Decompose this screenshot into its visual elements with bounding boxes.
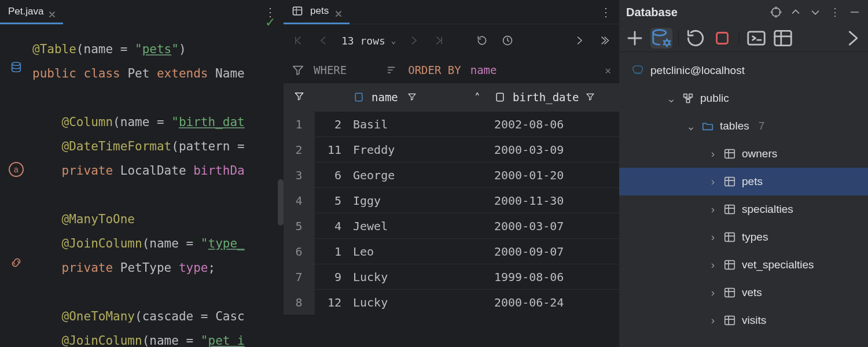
- funnel-icon[interactable]: [586, 91, 595, 104]
- scrollbar-thumb[interactable]: [278, 179, 284, 226]
- cell-id[interactable]: 5: [315, 188, 347, 213]
- cell-birth-date[interactable]: 2000-06-24: [486, 296, 619, 309]
- tree-table-owners[interactable]: ›owners: [619, 140, 868, 168]
- code-line[interactable]: @Column(name = "birth_dat: [32, 110, 284, 134]
- cell-birth-date[interactable]: 2000-11-30: [486, 194, 619, 208]
- tree-datasource[interactable]: petclinic@localhost: [619, 57, 868, 84]
- expand-up-icon[interactable]: [789, 6, 802, 19]
- tab-pets-table[interactable]: pets: [284, 0, 350, 24]
- cell-birth-date[interactable]: 2002-08-06: [486, 117, 619, 131]
- reload-icon[interactable]: [475, 33, 490, 48]
- table-row[interactable]: 36George2000-01-20: [284, 162, 619, 187]
- order-by-field[interactable]: name: [470, 64, 497, 76]
- collapse-down-icon[interactable]: [809, 6, 822, 19]
- cell-name[interactable]: Iggy: [347, 194, 486, 208]
- tree-table-vets[interactable]: ›vets: [619, 279, 868, 307]
- code-line[interactable]: [32, 183, 284, 207]
- refresh-icon[interactable]: [685, 28, 707, 49]
- link-gutter-icon[interactable]: [9, 256, 23, 270]
- code-line[interactable]: [32, 86, 284, 110]
- target-icon[interactable]: [770, 6, 782, 19]
- code-line[interactable]: public class Pet extends Name: [32, 61, 284, 86]
- cell-name[interactable]: Leo: [347, 245, 486, 259]
- table-row[interactable]: 12Basil2002-08-06: [284, 111, 619, 136]
- cell-name[interactable]: Basil: [347, 117, 486, 131]
- database-gutter-icon[interactable]: [9, 60, 23, 74]
- cell-birth-date[interactable]: 1999-08-06: [486, 270, 619, 284]
- sort-icon[interactable]: [386, 64, 399, 76]
- cell-id[interactable]: 1: [315, 239, 347, 264]
- cell-birth-date[interactable]: 2000-03-07: [486, 219, 619, 233]
- datasource-properties-icon[interactable]: [650, 28, 672, 49]
- chevron-right-icon[interactable]: [572, 33, 587, 48]
- row-count-dropdown[interactable]: 13 rows ⌄: [341, 35, 396, 47]
- data-tab-menu-icon[interactable]: ⋮: [597, 5, 616, 19]
- last-page-icon[interactable]: [432, 33, 447, 48]
- funnel-icon[interactable]: [294, 91, 304, 104]
- table-row[interactable]: 61Leo2000-09-07: [284, 238, 619, 264]
- tree-table-vet_specialties[interactable]: ›vet_specialties: [619, 251, 868, 279]
- column-header-name[interactable]: name ˄: [347, 91, 486, 104]
- chevron-right-icon[interactable]: [841, 28, 863, 49]
- code-line[interactable]: [32, 280, 284, 304]
- tree-table-visits[interactable]: ›visits: [619, 307, 868, 334]
- clear-filter-icon[interactable]: ✕: [605, 64, 611, 76]
- tree-table-types[interactable]: ›types: [619, 223, 868, 251]
- history-icon[interactable]: [500, 33, 515, 48]
- cell-id[interactable]: 11: [315, 137, 347, 162]
- grid-body[interactable]: 12Basil2002-08-06211Freddy2000-03-0936Ge…: [284, 111, 619, 315]
- annotation-gutter-icon[interactable]: a: [9, 162, 24, 177]
- chevron-double-right-icon[interactable]: [597, 33, 612, 48]
- table-row[interactable]: 45Iggy2000-11-30: [284, 187, 619, 213]
- close-icon[interactable]: [49, 9, 55, 14]
- database-tree[interactable]: petclinic@localhost ⌄ public ⌄ tables 7 …: [619, 52, 868, 339]
- cell-name[interactable]: Lucky: [347, 270, 486, 284]
- funnel-icon[interactable]: [407, 91, 417, 104]
- where-placeholder[interactable]: WHERE: [314, 64, 347, 76]
- minimize-icon[interactable]: [848, 6, 861, 19]
- cell-name[interactable]: Jewel: [347, 219, 486, 233]
- tree-table-pets[interactable]: ›pets: [619, 168, 868, 195]
- tab-pet-java[interactable]: Pet.java: [0, 0, 63, 24]
- code-line[interactable]: @Table(name = "pets"): [32, 37, 284, 61]
- table-row[interactable]: 54Jewel2000-03-07: [284, 213, 619, 238]
- cell-name[interactable]: George: [347, 168, 486, 182]
- cell-id[interactable]: 4: [315, 213, 347, 238]
- next-page-icon[interactable]: [406, 33, 421, 48]
- cell-id[interactable]: 9: [315, 264, 347, 289]
- close-icon[interactable]: [336, 8, 341, 14]
- cell-id[interactable]: 12: [315, 290, 347, 315]
- cell-id[interactable]: 6: [315, 163, 347, 187]
- prev-page-icon[interactable]: [316, 33, 331, 48]
- tree-table-specialties[interactable]: ›specialties: [619, 195, 868, 223]
- table-row[interactable]: 79Lucky1999-08-06: [284, 264, 619, 289]
- tree-schema[interactable]: ⌄ public: [619, 84, 868, 112]
- cell-name[interactable]: Lucky: [347, 296, 486, 309]
- tree-tables-folder[interactable]: ⌄ tables 7: [619, 112, 868, 140]
- table-row[interactable]: 812Lucky2000-06-24: [284, 289, 619, 315]
- code-line[interactable]: @ManyToOne: [32, 207, 284, 231]
- first-page-icon[interactable]: [290, 33, 306, 48]
- code-line[interactable]: @JoinColumn(name = "type_: [32, 231, 284, 256]
- code-line[interactable]: private LocalDate birthDa: [32, 158, 284, 183]
- open-console-icon[interactable]: [745, 28, 767, 49]
- jump-to-table-icon[interactable]: [772, 28, 794, 49]
- code-line[interactable]: @JoinColumn(name = "pet_i: [32, 328, 284, 347]
- code-area[interactable]: @Table(name = "pets")public class Pet ex…: [32, 24, 284, 347]
- code-line[interactable]: @OneToMany(cascade = Casc: [32, 304, 284, 328]
- no-problems-check-icon[interactable]: ✓: [265, 15, 275, 30]
- sort-asc-icon[interactable]: ˄: [475, 91, 480, 104]
- code-line[interactable]: @DateTimeFormat(pattern =: [32, 134, 284, 158]
- cell-name[interactable]: Freddy: [347, 143, 486, 157]
- column-header-birth-date[interactable]: birth_date: [486, 91, 619, 104]
- funnel-icon[interactable]: [292, 64, 304, 76]
- cell-birth-date[interactable]: 2000-01-20: [486, 168, 619, 182]
- cell-birth-date[interactable]: 2000-03-09: [486, 143, 619, 157]
- stop-icon[interactable]: [711, 28, 733, 49]
- code-line[interactable]: private PetType type;: [32, 256, 284, 280]
- add-datasource-icon[interactable]: [624, 28, 646, 49]
- cell-id[interactable]: 2: [315, 112, 347, 136]
- table-row[interactable]: 211Freddy2000-03-09: [284, 136, 619, 162]
- more-icon[interactable]: ⋮: [829, 6, 841, 19]
- cell-birth-date[interactable]: 2000-09-07: [486, 245, 619, 259]
